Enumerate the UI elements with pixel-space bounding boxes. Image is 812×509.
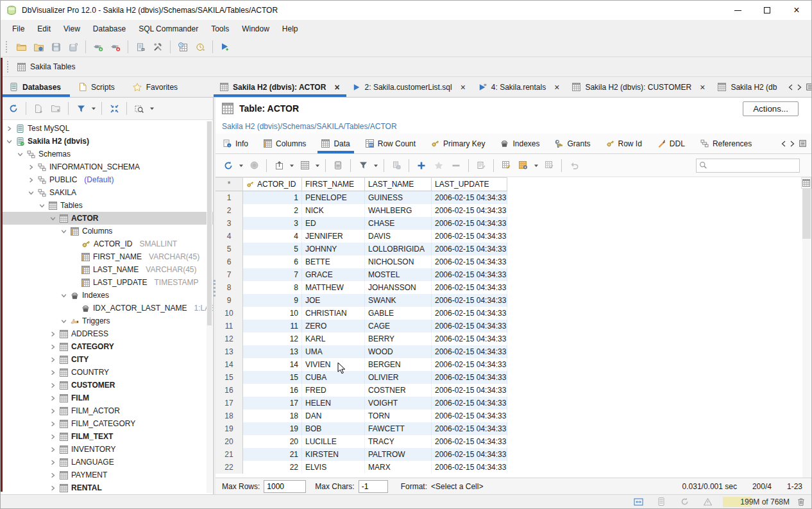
filter-blue-button[interactable] <box>73 101 89 116</box>
tree-item-customer[interactable]: CUSTOMER <box>1 379 213 392</box>
dropdown-caret-icon[interactable] <box>533 158 539 173</box>
dropdown-caret-icon[interactable] <box>90 101 97 116</box>
chevron-down-icon[interactable] <box>5 139 13 144</box>
document-tab-sakila-h2-dbvis-customer[interactable]: Sakila H2 (dbvis): CUSTOMER× <box>566 77 711 97</box>
tab-primary-key[interactable]: Primary Key <box>423 134 493 153</box>
cell-last-name[interactable]: SWANK <box>365 294 432 307</box>
cell-last-update[interactable]: 2006-02-15 04:34:33 <box>432 332 507 345</box>
row-number[interactable]: 8 <box>216 281 243 294</box>
chevron-right-icon[interactable] <box>49 331 56 337</box>
close-button[interactable]: × <box>782 1 811 20</box>
favorite-button[interactable] <box>431 158 446 173</box>
memory-indicator[interactable]: 199M of 768M <box>723 497 790 507</box>
column-header-last-update[interactable]: LAST_UPDATE <box>432 177 507 191</box>
menu-sql-commander[interactable]: SQL Commander <box>132 20 205 37</box>
tree-item-film[interactable]: FILM <box>1 392 213 404</box>
cell-last-name[interactable]: BERRY <box>365 332 432 345</box>
connect-button[interactable] <box>90 39 106 55</box>
tree-item-sakila-h2-dbvis[interactable]: Sakila H2 (dbvis) <box>1 135 213 148</box>
menu-edit[interactable]: Edit <box>31 20 57 37</box>
cell-first-name[interactable]: PENELOPE <box>302 191 365 204</box>
cell-actor-id[interactable]: 19 <box>243 422 302 435</box>
row-number[interactable]: 16 <box>216 384 243 397</box>
cell-last-name[interactable]: TRACY <box>365 435 432 448</box>
cell-actor-id[interactable]: 2 <box>243 204 302 217</box>
row-number[interactable]: 7 <box>216 268 243 281</box>
save-as-button[interactable] <box>65 39 81 55</box>
cell-first-name[interactable]: UMA <box>302 345 365 358</box>
chevron-right-icon[interactable] <box>49 383 56 388</box>
open-folder-button[interactable] <box>13 39 29 55</box>
tree-item-columns[interactable]: Columns <box>1 225 213 237</box>
cell-actor-id[interactable]: 10 <box>243 307 302 320</box>
cell-first-name[interactable]: ELVIS <box>302 461 365 474</box>
cell-first-name[interactable]: JOE <box>302 294 365 307</box>
cell-actor-id[interactable]: 5 <box>243 243 302 255</box>
tree-item-payment[interactable]: PAYMENT <box>1 469 213 481</box>
stop-button[interactable] <box>246 158 262 173</box>
edit-page-button[interactable] <box>473 158 489 173</box>
list-icon[interactable] <box>799 140 806 147</box>
row-number[interactable]: 20 <box>216 435 243 448</box>
cell-last-update[interactable]: 2006-02-15 04:34:33 <box>432 410 507 422</box>
cell-last-update[interactable]: 2006-02-15 04:34:33 <box>432 294 507 307</box>
document-tab-sakila-h2-dbvis-actor[interactable]: Sakila H2 (dbvis): ACTOR× <box>214 77 346 97</box>
chevron-right-icon[interactable] <box>49 460 56 465</box>
cell-last-name[interactable]: GUINESS <box>365 191 432 204</box>
tree-item-rental[interactable]: RENTAL <box>1 481 213 494</box>
dock-drag-handle[interactable] <box>7 61 10 73</box>
tree-item-actor-id[interactable]: ACTOR_IDSMALLINT <box>1 237 213 250</box>
cell-actor-id[interactable]: 15 <box>243 371 302 384</box>
tree-item-address[interactable]: ADDRESS <box>1 327 213 340</box>
cell-actor-id[interactable]: 9 <box>243 294 302 307</box>
grid-search-input[interactable] <box>710 161 793 170</box>
page-plus-button[interactable] <box>31 101 46 116</box>
tree-item-last-update[interactable]: LAST_UPDATETIMESTAMP <box>1 276 213 289</box>
tab-row-id[interactable]: Row Id <box>598 134 650 153</box>
cell-last-name[interactable]: JOHANSSON <box>365 281 432 294</box>
chevron-right-icon[interactable] <box>5 126 13 132</box>
tree-item-city[interactable]: CITY <box>1 353 213 366</box>
tab-row-count[interactable]: Row Count <box>358 134 423 153</box>
tree-item-film-text[interactable]: FILM_TEXT <box>1 430 213 443</box>
cell-actor-id[interactable]: 16 <box>243 384 302 397</box>
cell-last-name[interactable]: MARX <box>365 461 432 474</box>
dropdown-caret-icon[interactable] <box>149 101 155 116</box>
grid-vertical-scrollbar[interactable] <box>802 189 811 478</box>
chevron-right-icon[interactable] <box>27 177 35 183</box>
cell-last-name[interactable]: VOIGHT <box>365 397 432 410</box>
cell-last-update[interactable]: 2006-02-15 04:34:33 <box>432 384 507 397</box>
cell-actor-id[interactable]: 20 <box>243 435 302 448</box>
chevron-right-icon[interactable] <box>49 357 56 363</box>
grid-button[interactable] <box>297 158 312 173</box>
new-commander-button[interactable] <box>217 39 233 55</box>
tree-item-inventory[interactable]: INVENTORY <box>1 443 213 456</box>
cell-last-name[interactable]: CHASE <box>365 217 432 230</box>
row-number[interactable]: 15 <box>216 371 243 384</box>
dropdown-caret-icon[interactable] <box>238 158 244 173</box>
cell-first-name[interactable]: KARL <box>302 332 365 345</box>
sidebar-tab-scripts[interactable]: Scripts <box>70 77 124 97</box>
row-number[interactable]: 10 <box>216 307 243 320</box>
tab-data[interactable]: Data <box>314 134 357 153</box>
cell-last-update[interactable]: 2006-02-15 04:34:33 <box>432 281 507 294</box>
cell-last-update[interactable]: 2006-02-15 04:34:33 <box>432 358 507 371</box>
cell-last-update[interactable]: 2006-02-15 04:34:33 <box>432 204 507 217</box>
tree-item-indexes[interactable]: Indexes <box>1 289 213 302</box>
max-rows-input[interactable] <box>264 480 306 493</box>
row-number[interactable]: 18 <box>216 410 243 422</box>
tab-close-icon[interactable]: × <box>554 83 559 92</box>
grid-gutter-header[interactable]: * <box>216 177 243 191</box>
tree-item-language[interactable]: LANGUAGE <box>1 456 213 469</box>
chevron-right-icon[interactable] <box>49 421 56 427</box>
cell-last-name[interactable]: MOSTEL <box>365 268 432 281</box>
grid-pencil-button[interactable] <box>498 158 514 173</box>
cell-actor-id[interactable]: 22 <box>243 461 302 474</box>
delete-row-button[interactable] <box>448 158 464 173</box>
max-chars-input[interactable] <box>359 480 388 493</box>
cell-last-update[interactable]: 2006-02-15 04:34:33 <box>432 255 507 268</box>
save-button[interactable] <box>48 39 63 55</box>
locate-button[interactable] <box>131 101 147 116</box>
chevron-down-icon[interactable] <box>27 190 35 196</box>
cell-last-name[interactable]: FAWCETT <box>365 422 432 435</box>
